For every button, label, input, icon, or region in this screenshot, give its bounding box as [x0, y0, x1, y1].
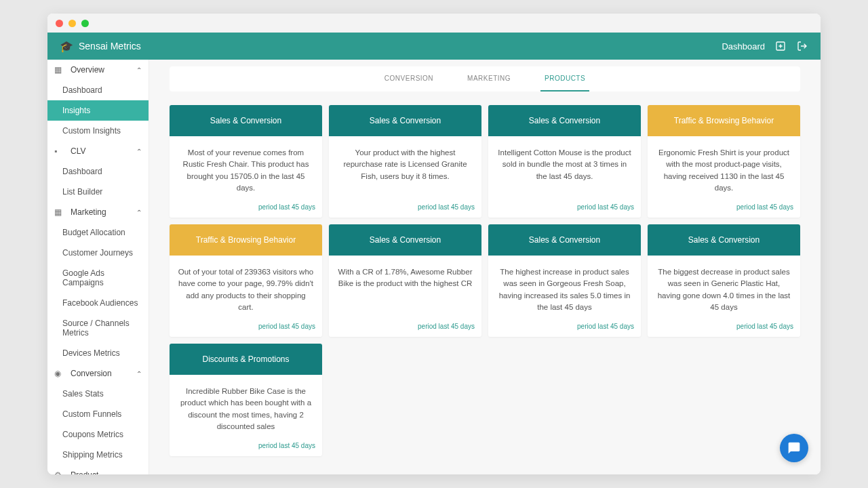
card-body: With a CR of 1.78%, Awesome Rubber Bike …: [329, 256, 481, 319]
app-header: 🎓 Sensai Metrics Dashboard: [47, 33, 821, 60]
card-period: period last 45 days: [648, 319, 800, 337]
insight-card[interactable]: Sales & ConversionIntelligent Cotton Mou…: [488, 105, 641, 218]
card-period: period last 45 days: [329, 199, 481, 218]
sidebar-item-custom-insights[interactable]: Custom Insights: [47, 121, 149, 141]
cards-grid: Sales & ConversionMost of your revenue c…: [170, 105, 800, 456]
section-icon: ▦: [54, 65, 64, 75]
sidebar-item-coupons-metrics[interactable]: Coupons Metrics: [47, 424, 149, 445]
sidebar-item-insights[interactable]: Insights: [47, 100, 149, 121]
sidebar-section-conversion[interactable]: ◉Conversion⌃: [47, 363, 149, 384]
section-icon: ▦: [54, 207, 64, 217]
section-icon: ⚙: [54, 470, 64, 474]
card-title: Sales & Conversion: [488, 105, 641, 136]
insight-card[interactable]: Sales & ConversionYour product with the …: [329, 105, 481, 218]
app-window: 🎓 Sensai Metrics Dashboard ▦Overview⌃Das…: [47, 14, 821, 474]
titlebar: [47, 14, 821, 33]
sidebar-item-google-ads-campaigns[interactable]: Google Ads Campaigns: [47, 263, 149, 293]
sidebar-item-sales-stats[interactable]: Sales Stats: [47, 384, 149, 404]
card-body: The highest increase in product sales wa…: [488, 256, 641, 319]
sidebar-section-overview[interactable]: ▦Overview⌃: [47, 60, 149, 80]
sidebar-item-customer-journeys[interactable]: Customer Journeys: [47, 243, 149, 263]
sidebar-item-source-channels-metrics[interactable]: Source / Channels Metrics: [47, 313, 149, 343]
card-period: period last 45 days: [170, 199, 322, 218]
sidebar-item-custom-funnels[interactable]: Custom Funnels: [47, 404, 149, 424]
card-period: period last 45 days: [488, 199, 641, 218]
sidebar-item-facebook-audiences[interactable]: Facebook Audiences: [47, 293, 149, 313]
sidebar-section-clv[interactable]: ▪CLV⌃: [47, 141, 149, 161]
card-body: Most of your revenue comes from Rustic F…: [170, 136, 322, 199]
brand: 🎓 Sensai Metrics: [60, 40, 141, 53]
sidebar: ▦Overview⌃DashboardInsightsCustom Insigh…: [47, 60, 149, 474]
card-title: Traffic & Browsing Behavior: [648, 105, 800, 136]
card-title: Discounts & Promotions: [170, 344, 322, 375]
card-body: Incredible Rubber Bike Case is the produ…: [170, 375, 322, 438]
tab-marketing[interactable]: MARKETING: [463, 66, 515, 92]
tab-conversion[interactable]: CONVERSION: [380, 66, 437, 92]
insight-card[interactable]: Sales & ConversionThe biggest decrease i…: [648, 224, 800, 337]
insight-card[interactable]: Traffic & Browsing BehaviorOut of your t…: [170, 224, 322, 337]
sidebar-item-shipping-metrics[interactable]: Shipping Metrics: [47, 445, 149, 465]
content: ▦Overview⌃DashboardInsightsCustom Insigh…: [47, 60, 821, 474]
sidebar-item-budget-allocation[interactable]: Budget Allocation: [47, 222, 149, 243]
sidebar-item-dashboard[interactable]: Dashboard: [47, 161, 149, 182]
section-label: Conversion: [71, 369, 130, 378]
main-panel: CONVERSIONMARKETINGPRODUCTS Sales & Conv…: [149, 60, 821, 474]
chevron-up-icon: ⌃: [136, 148, 142, 155]
card-body: The biggest decrease in product sales wa…: [648, 256, 800, 319]
sidebar-section-marketing[interactable]: ▦Marketing⌃: [47, 202, 149, 222]
section-icon: ▪: [54, 146, 64, 156]
card-body: Your product with the highest repurchase…: [329, 136, 481, 199]
chevron-down-icon: ⌄: [136, 472, 142, 475]
chevron-up-icon: ⌃: [136, 209, 142, 216]
sidebar-section-product[interactable]: ⚙Product⌄: [47, 465, 149, 474]
section-label: CLV: [71, 146, 130, 156]
chevron-up-icon: ⌃: [136, 66, 142, 74]
sidebar-item-list-builder[interactable]: List Builder: [47, 182, 149, 202]
chat-button[interactable]: [780, 434, 808, 462]
card-title: Sales & Conversion: [488, 224, 641, 256]
chevron-up-icon: ⌃: [136, 370, 142, 378]
header-dashboard-link[interactable]: Dashboard: [722, 41, 765, 52]
brand-name: Sensai Metrics: [79, 41, 141, 52]
insight-card[interactable]: Sales & ConversionMost of your revenue c…: [170, 105, 322, 218]
sidebar-item-devices-metrics[interactable]: Devices Metrics: [47, 343, 149, 363]
add-to-dashboard-icon[interactable]: [774, 40, 787, 52]
card-period: period last 45 days: [488, 319, 641, 337]
card-body: Intelligent Cotton Mouse is the product …: [488, 136, 641, 199]
header-actions: Dashboard: [722, 40, 808, 52]
insight-card[interactable]: Sales & ConversionWith a CR of 1.78%, Aw…: [329, 224, 481, 337]
sidebar-item-dashboard[interactable]: Dashboard: [47, 80, 149, 100]
section-label: Overview: [71, 65, 130, 75]
maximize-dot[interactable]: [81, 20, 89, 27]
section-label: Product: [71, 470, 130, 474]
close-dot[interactable]: [56, 20, 63, 27]
card-title: Sales & Conversion: [329, 224, 481, 256]
insight-card[interactable]: Sales & ConversionThe highest increase i…: [488, 224, 641, 337]
brand-icon: 🎓: [60, 40, 73, 53]
card-body: Ergonomic Fresh Shirt is your product wi…: [648, 136, 800, 199]
section-label: Marketing: [71, 207, 130, 217]
insight-card[interactable]: Traffic & Browsing BehaviorErgonomic Fre…: [648, 105, 800, 218]
card-period: period last 45 days: [329, 319, 481, 337]
card-title: Sales & Conversion: [329, 105, 481, 136]
card-body: Out of your total of 239363 visitors who…: [170, 256, 322, 319]
minimize-dot[interactable]: [68, 20, 76, 27]
logout-icon[interactable]: [796, 40, 808, 52]
card-title: Traffic & Browsing Behavior: [170, 224, 322, 256]
card-period: period last 45 days: [648, 199, 800, 218]
tab-products[interactable]: PRODUCTS: [540, 66, 589, 92]
section-icon: ◉: [54, 369, 64, 378]
card-title: Sales & Conversion: [648, 224, 800, 256]
card-period: period last 45 days: [170, 438, 322, 456]
insight-card[interactable]: Discounts & PromotionsIncredible Rubber …: [170, 344, 322, 456]
card-title: Sales & Conversion: [170, 105, 322, 136]
tabs-container: CONVERSIONMARKETINGPRODUCTS: [170, 66, 800, 92]
card-period: period last 45 days: [170, 319, 322, 337]
